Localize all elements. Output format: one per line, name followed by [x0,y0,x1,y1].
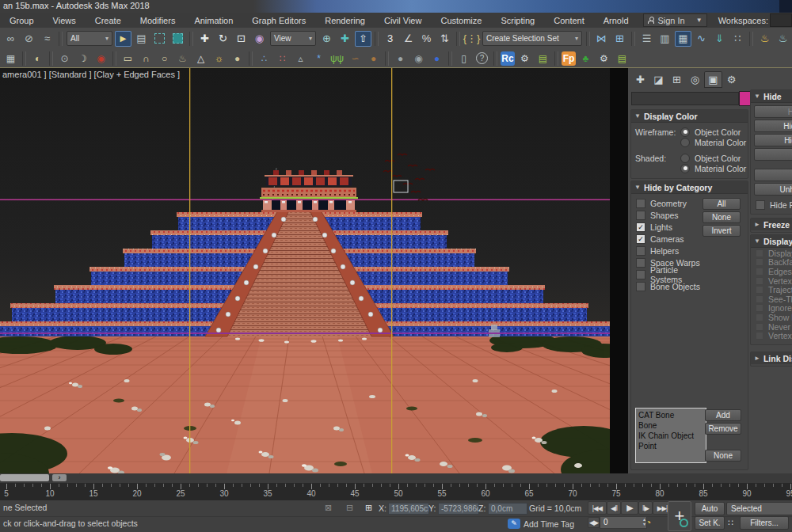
prop-checkbox-never-degrade[interactable]: Never Degrade [751,322,792,332]
unlink-selection-icon[interactable]: ⊘ [21,31,37,47]
prop-checkbox-ignore-extents[interactable]: Ignore Extents [751,304,792,314]
selected-mode-dropdown[interactable]: Selected [726,502,792,515]
wireframe-material-color-radio[interactable]: Material Color [680,137,746,147]
category-none-button[interactable]: None [705,450,741,462]
select-object-icon[interactable]: ► [115,31,131,47]
tab-display[interactable]: ▣ [704,71,722,88]
next-frame-button[interactable]: ‖▶ [638,501,653,515]
camera-icon[interactable]: ⊙ [56,51,73,66]
previous-frame-button[interactable]: ◀‖ [607,501,621,515]
plane-primitive-icon[interactable]: ▭ [120,51,136,66]
play-button[interactable]: ▶ [621,501,638,515]
reference-coordinate-dropdown[interactable]: View▾ [270,31,316,46]
locked-sphere-icon[interactable]: ◉ [410,51,427,66]
rectangular-selection-region-icon[interactable] [151,31,168,47]
snaps-toggle-icon[interactable]: 3 [382,31,398,47]
category-checkbox-particle-systems[interactable]: Particle Systems [631,268,701,280]
prop-checkbox-see-through[interactable]: See-Through [751,294,792,304]
menu-group[interactable]: Group [0,14,44,27]
window-controls[interactable] [779,0,792,13]
sun-icon[interactable]: ☼ [211,51,227,66]
railclone-list-icon[interactable]: ▤ [535,51,551,66]
rendered-frame-window-icon[interactable]: ♨ [775,31,791,47]
layer-explorer-icon[interactable]: ☰ [638,31,655,47]
projector-light-icon[interactable]: ◐ [29,51,46,66]
time-slider-handle[interactable] [0,474,49,481]
keyboard-shortcut-override-icon[interactable]: ⇧ [355,31,371,47]
select-and-scale-icon[interactable]: ⊡ [233,31,249,47]
forest-list-icon[interactable]: ▤ [614,51,630,66]
menu-modifiers[interactable]: Modifiers [131,14,185,27]
sphere-primitive-icon[interactable]: ● [229,51,246,66]
railclone-tools-icon[interactable]: ⚙ [516,51,533,66]
category-remove-button[interactable]: Remove [705,423,741,435]
help-icon[interactable]: ? [474,51,490,66]
menu-views[interactable]: Views [44,14,86,27]
edit-named-selection-sets-icon[interactable]: {⋮} [463,31,480,47]
selection-filter-dropdown[interactable]: All▾ [67,31,112,46]
time-configuration-icon[interactable]: ◔ [645,517,651,528]
menu-customize[interactable]: Customize [431,14,491,27]
select-and-link-icon[interactable]: ∞ [2,31,19,47]
category-checkbox-shapes[interactable]: Shapes [631,209,701,221]
title-bar[interactable]: an 15b.max - Autodesk 3ds Max 2018 [0,0,792,13]
hide-button-hide-by-hit[interactable]: Hide by Hit [754,148,792,161]
schematic-view-icon[interactable]: ⇓ [711,31,728,47]
list-item[interactable]: Bone [638,420,703,431]
curve-editor-icon[interactable]: ∿ [693,31,710,47]
open-explorer-icon[interactable]: ▦ [675,31,691,47]
list-item[interactable]: Point [638,441,703,451]
prop-checkbox-show-frozen-in-gray[interactable]: Show Frozen in Gray [751,313,792,322]
time-slider-next-button[interactable]: › [52,474,67,481]
link-display-rollout[interactable]: ►Link Display [750,352,792,367]
hide-button-hide-by-name-[interactable]: Hide by Name... [754,134,792,146]
display-properties-header[interactable]: ▼Display Properties [751,235,792,248]
category-checkbox-helpers[interactable]: Helpers [631,245,701,256]
menu-arnold[interactable]: Arnold [594,14,638,27]
select-and-rotate-icon[interactable]: ↻ [215,31,231,47]
grass-icon[interactable]: ψψ [329,51,345,66]
object-name-field[interactable] [631,92,739,105]
rodent-icon[interactable]: ● [365,51,382,66]
set-keys-button[interactable]: + [668,501,691,531]
atoms-icon[interactable]: ∷ [274,51,291,66]
hide-all-button[interactable]: All [703,198,741,210]
prop-checkbox-trajectory[interactable]: Trajectory [751,285,792,294]
tab-hierarchy[interactable]: ⊞ [668,71,686,88]
list-item[interactable]: IK Chain Object [638,431,703,441]
current-frame-field[interactable]: 0▴▾ [600,516,647,529]
select-and-place-icon[interactable]: ◉ [251,31,268,47]
hide-none-button[interactable]: None [703,211,741,223]
key-filters-icon[interactable]: ∷ [728,518,733,528]
forest-tools-icon[interactable]: ⚙ [596,51,612,66]
shaded-object-color-radio[interactable]: Object Color [680,153,741,163]
viewport-layout-icon[interactable]: ▦ [2,51,19,66]
prop-checkbox-display-as-box[interactable]: Display as Box [751,249,792,258]
tab-motion[interactable]: ◎ [686,71,704,88]
goto-start-button[interactable]: |◀◀ [588,501,607,515]
category-checkbox-bone-objects[interactable]: Bone Objects [631,280,701,292]
align-icon[interactable]: ⊞ [611,31,628,47]
hide-button-hide-selected[interactable]: Hide Selected [754,105,792,118]
mesh-triangle-icon[interactable]: ▵ [292,51,309,66]
menu-graph-editors[interactable]: Graph Editors [242,14,315,27]
hide-category-list[interactable]: CAT BoneBoneIK Chain ObjectPoint [635,408,706,463]
prop-checkbox-edges-only[interactable]: Edges Only [751,267,792,276]
category-checkbox-cameras[interactable]: ✓Cameras [631,233,701,245]
hide-frozen-checkbox[interactable]: Hide Frozen Objects [751,199,792,211]
menu-create[interactable]: Create [86,14,131,27]
prop-checkbox-vertex-channel-display[interactable]: Vertex Channel Display [751,331,792,340]
named-selection-set-dropdown[interactable]: Create Selection Set▾ [482,31,582,46]
use-pivot-point-center-icon[interactable]: ⊕ [318,31,335,47]
hide-button-unhide-all[interactable]: Unhide All [754,169,792,181]
forest-trees-icon[interactable]: ♣ [577,51,594,66]
select-and-move-icon[interactable]: ✚ [196,31,213,47]
hide-header[interactable]: ▼Hide [751,90,792,103]
sign-in-button[interactable]: Sign In ▼ [643,13,706,27]
tab-create[interactable]: ✚ [631,71,649,88]
auto-key-button[interactable]: Auto [695,502,725,515]
scene-explorer-icon[interactable]: ▥ [657,31,673,47]
y-coordinate-field[interactable]: -5723,986c [438,503,479,515]
key-filters-button[interactable]: Filters... [740,516,789,530]
offset-mode-icon[interactable]: ⊟ [346,503,353,513]
